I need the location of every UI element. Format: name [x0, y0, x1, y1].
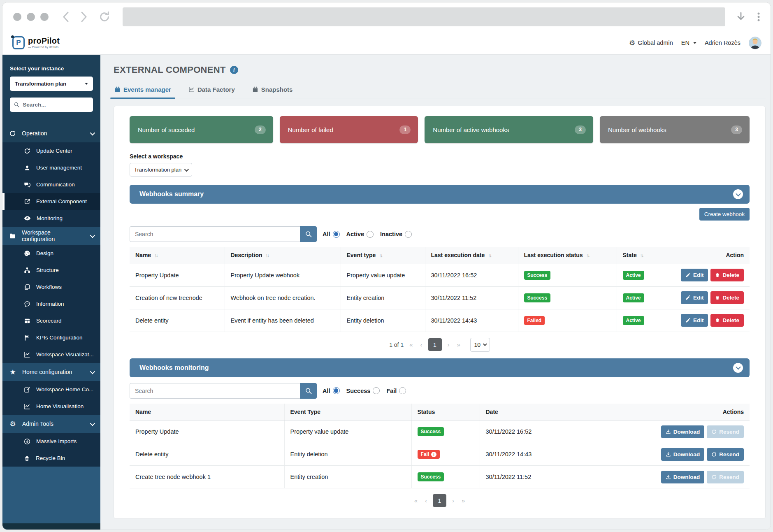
filter-success[interactable]: Success: [346, 387, 380, 394]
download-button[interactable]: Download: [661, 448, 705, 461]
sidebar-item-design[interactable]: Design: [2, 245, 100, 262]
filter-all[interactable]: All: [323, 231, 340, 238]
page-size-select[interactable]: 10: [470, 338, 490, 352]
delete-button[interactable]: Delete: [710, 291, 744, 304]
create-webhook-button[interactable]: Create webhook: [699, 208, 750, 221]
radio-all[interactable]: [333, 387, 340, 394]
last-page-button[interactable]: »: [455, 341, 462, 348]
col-event-type: Event Type: [284, 404, 411, 420]
monitoring-search-input[interactable]: [130, 383, 300, 399]
sidebar-item-user-management[interactable]: User management: [2, 159, 100, 176]
download-button[interactable]: Download: [661, 425, 705, 438]
edit-button[interactable]: Edit: [681, 314, 708, 327]
collapse-chevron-icon[interactable]: [733, 189, 743, 199]
error-info-icon[interactable]: !: [431, 452, 436, 457]
sidebar-item-monitoring[interactable]: Monitoring: [2, 210, 100, 227]
address-bar[interactable]: [123, 7, 725, 26]
current-page-button[interactable]: 1: [433, 494, 446, 507]
traffic-light-minimize-icon[interactable]: [27, 13, 35, 21]
user-menu[interactable]: Adrien Rozès: [705, 39, 741, 46]
sort-icon[interactable]: ↑↓: [586, 253, 590, 258]
first-page-button[interactable]: «: [408, 341, 414, 348]
downloads-icon[interactable]: [737, 12, 745, 22]
language-selector[interactable]: EN: [681, 39, 696, 46]
col-state[interactable]: State↑↓: [617, 247, 663, 264]
sort-icon[interactable]: ↑↓: [266, 253, 269, 258]
filter-all[interactable]: All: [323, 387, 340, 394]
sidebar-item-external-component[interactable]: External Component: [2, 193, 100, 210]
edit-button[interactable]: Edit: [681, 291, 708, 304]
workspace-select[interactable]: Transformation plan: [130, 163, 192, 177]
col-last-execution-date[interactable]: Last execution date↑↓: [425, 247, 518, 264]
brand-logo[interactable]: P proPilot — Powered by dFakto: [12, 36, 60, 49]
prev-page-button[interactable]: ‹: [423, 497, 429, 504]
sidebar-item-kpis-configuration[interactable]: KPIs Configuration: [2, 329, 100, 346]
filter-active[interactable]: Active: [346, 231, 374, 238]
webhooks-monitoring-header[interactable]: Webhooks monitoring: [130, 358, 750, 377]
col-description[interactable]: Description↑↓: [225, 247, 341, 264]
instance-select[interactable]: Transformation plan: [10, 77, 93, 91]
sidebar-item-scorecard[interactable]: Scorecard: [2, 312, 100, 329]
sort-icon[interactable]: ↑↓: [379, 253, 382, 258]
sidebar-item-information[interactable]: Information: [2, 295, 100, 312]
sidebar-item-recycle-bin[interactable]: Recycle Bin: [2, 450, 100, 467]
reload-icon[interactable]: [99, 11, 110, 23]
radio-fail[interactable]: [399, 387, 406, 394]
delete-button[interactable]: Delete: [710, 269, 744, 281]
monitoring-search-button[interactable]: [300, 383, 317, 399]
webhooks-summary-header[interactable]: Webhooks summary: [130, 185, 750, 204]
tab-data-factory[interactable]: Data Factory: [188, 84, 236, 98]
table-row: Creation of new treenode Webhook on tree…: [130, 286, 750, 309]
sidebar-item-structure[interactable]: Structure: [2, 262, 100, 279]
sidebar-item-workspace-visualization[interactable]: Workspace Visualizat...: [2, 346, 100, 363]
sort-icon[interactable]: ↑↓: [154, 253, 158, 258]
radio-all[interactable]: [333, 231, 340, 238]
traffic-light-close-icon[interactable]: [13, 13, 21, 21]
sort-icon[interactable]: ↑↓: [488, 253, 491, 258]
radio-inactive[interactable]: [405, 231, 412, 238]
sidebar-item-workspace-home-config[interactable]: Workspace Home Co...: [2, 381, 100, 398]
sidebar-item-workflows[interactable]: Workflows: [2, 279, 100, 295]
traffic-light-zoom-icon[interactable]: [40, 13, 49, 21]
info-icon[interactable]: i: [230, 66, 238, 74]
sidebar-section-operation[interactable]: Operation: [2, 124, 100, 142]
sidebar-section-admin-tools[interactable]: ⚙ Admin Tools: [2, 415, 100, 433]
next-page-button[interactable]: ›: [450, 497, 456, 504]
sidebar-section-workspace-configuration[interactable]: Workspace configuration: [2, 227, 100, 245]
sidebar-search-input[interactable]: [23, 102, 89, 108]
next-page-button[interactable]: ›: [446, 341, 451, 348]
sort-icon[interactable]: ↑↓: [640, 253, 643, 258]
sidebar-section-home-configuration[interactable]: ★ Home configuration: [2, 363, 100, 381]
sidebar-search[interactable]: [10, 98, 93, 112]
delete-button[interactable]: Delete: [710, 314, 744, 327]
sidebar-item-massive-imports[interactable]: Massive Imports: [2, 433, 100, 450]
summary-search-button[interactable]: [300, 226, 317, 242]
filter-fail[interactable]: Fail: [386, 387, 406, 394]
col-event-type[interactable]: Event type↑↓: [341, 247, 425, 264]
radio-success[interactable]: [373, 387, 380, 394]
resend-button[interactable]: Resend: [707, 448, 744, 461]
current-page-button[interactable]: 1: [428, 338, 442, 351]
tab-events-manager[interactable]: Events manager: [114, 84, 172, 98]
edit-button[interactable]: Edit: [681, 269, 708, 281]
first-page-button[interactable]: «: [413, 497, 419, 504]
filter-inactive[interactable]: Inactive: [380, 231, 412, 238]
back-icon[interactable]: [63, 12, 69, 22]
avatar[interactable]: [749, 37, 761, 49]
last-page-button[interactable]: »: [460, 497, 467, 504]
sidebar-item-update-center[interactable]: Update Center: [2, 142, 100, 159]
prev-page-button[interactable]: ‹: [419, 341, 424, 348]
tab-snapshots[interactable]: Snapshots: [251, 84, 294, 98]
col-last-execution-status[interactable]: Last execution status↑↓: [518, 247, 617, 264]
col-action: Action: [663, 247, 750, 264]
global-admin-menu[interactable]: ⚙ Global admin: [629, 39, 673, 47]
radio-active[interactable]: [367, 231, 374, 238]
sidebar-item-home-visualisation[interactable]: Home Visualisation: [2, 398, 100, 415]
col-name[interactable]: Name↑↓: [130, 247, 225, 264]
forward-icon[interactable]: [81, 12, 87, 22]
collapse-chevron-icon[interactable]: [733, 363, 743, 373]
download-button[interactable]: Download: [661, 471, 705, 483]
summary-search-input[interactable]: [130, 226, 300, 242]
kebab-menu-icon[interactable]: [757, 12, 760, 22]
sidebar-item-communication[interactable]: Communication: [2, 176, 100, 193]
